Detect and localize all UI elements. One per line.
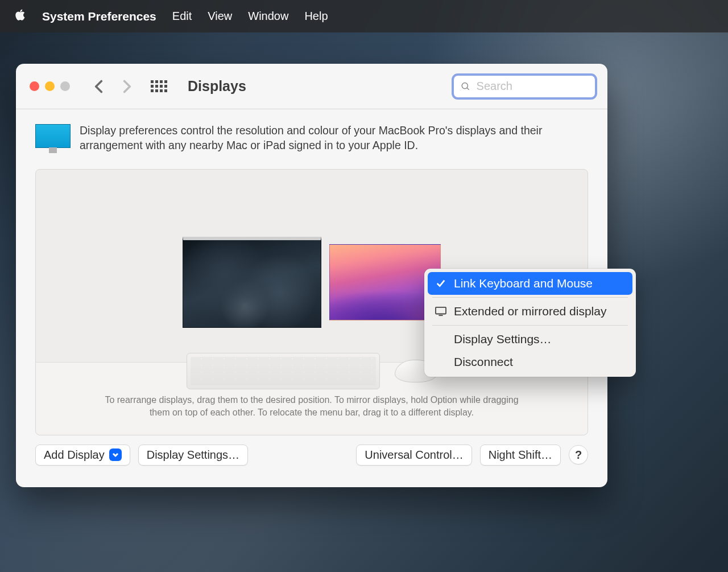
menubar-app-name[interactable]: System Preferences — [42, 10, 156, 23]
search-input[interactable] — [477, 80, 588, 93]
displays-prefpane-icon — [35, 124, 71, 148]
intro-text: Display preferences control the resoluti… — [80, 123, 588, 153]
hint-line-2: them on top of each other. To relocate t… — [105, 406, 518, 419]
zoom-button[interactable] — [60, 81, 70, 91]
check-icon — [435, 278, 447, 289]
keyboard-icon — [187, 353, 380, 389]
display-primary[interactable] — [183, 237, 321, 328]
menu-help[interactable]: Help — [304, 10, 328, 23]
forward-button — [119, 79, 135, 94]
popover-item-display-settings[interactable]: Display Settings… — [428, 328, 632, 351]
popover-separator — [432, 325, 628, 326]
help-label: ? — [575, 448, 582, 462]
window-title: Displays — [188, 78, 246, 94]
footer-buttons: Add Display Display Settings… Universal … — [35, 435, 588, 466]
nav-arrows — [90, 79, 135, 94]
preferences-window: Displays Display preferences control the… — [16, 64, 607, 487]
apple-menu-icon[interactable] — [14, 7, 26, 25]
menubar: System Preferences Edit View Window Help — [0, 0, 728, 32]
display-settings-label: Display Settings… — [147, 448, 239, 462]
display-settings-button[interactable]: Display Settings… — [138, 445, 248, 466]
display-options-popover: Link Keyboard and Mouse Extended or mirr… — [424, 269, 636, 377]
menu-view[interactable]: View — [208, 10, 232, 23]
popover-item-disconnect[interactable]: Disconnect — [428, 351, 632, 373]
hint-line-1: To rearrange displays, drag them to the … — [105, 394, 518, 406]
help-button[interactable]: ? — [569, 445, 588, 464]
show-all-icon[interactable] — [151, 80, 167, 92]
minimize-button[interactable] — [45, 81, 55, 91]
titlebar: Displays — [16, 64, 607, 109]
universal-control-label: Universal Control… — [365, 448, 463, 462]
popover-item-extended-mirrored[interactable]: Extended or mirrored display — [428, 300, 632, 323]
search-field[interactable] — [452, 73, 597, 100]
popover-disconnect-label: Disconnect — [454, 355, 513, 369]
traffic-lights — [30, 81, 70, 91]
close-button[interactable] — [30, 81, 39, 91]
intro-row: Display preferences control the resoluti… — [35, 123, 588, 153]
popover-item-link-keyboard-mouse[interactable]: Link Keyboard and Mouse — [428, 272, 632, 295]
universal-control-button[interactable]: Universal Control… — [356, 445, 471, 466]
add-display-label: Add Display — [44, 448, 105, 462]
popover-link-label: Link Keyboard and Mouse — [454, 277, 593, 290]
chevron-down-icon — [109, 448, 122, 461]
svg-rect-2 — [436, 307, 446, 314]
popover-settings-label: Display Settings… — [454, 332, 552, 346]
night-shift-button[interactable]: Night Shift… — [480, 445, 561, 466]
menu-edit[interactable]: Edit — [172, 10, 192, 23]
arrangement-hints: To rearrange displays, drag them to the … — [105, 394, 518, 419]
display-icon — [435, 306, 447, 316]
menu-window[interactable]: Window — [248, 10, 288, 23]
popover-extended-label: Extended or mirrored display — [454, 304, 606, 318]
add-display-button[interactable]: Add Display — [35, 445, 130, 466]
popover-separator — [432, 297, 628, 298]
keyboard-mouse-row — [187, 353, 437, 389]
night-shift-label: Night Shift… — [489, 448, 552, 462]
back-button[interactable] — [90, 79, 106, 94]
svg-point-0 — [462, 83, 468, 88]
search-icon — [461, 81, 471, 92]
svg-line-1 — [467, 88, 469, 90]
